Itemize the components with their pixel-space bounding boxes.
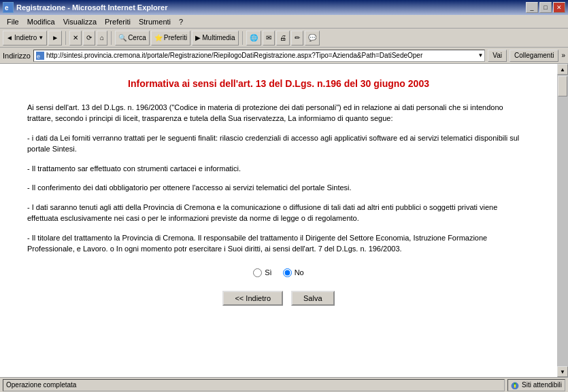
toolbar-icon-1[interactable]: 🌐	[246, 31, 261, 46]
status-message: Operazione completata	[6, 381, 76, 389]
menu-modifica[interactable]: Modifica	[23, 16, 59, 27]
menu-strumenti[interactable]: Strumenti	[135, 16, 175, 27]
toolbar-icon-2[interactable]: ✉	[263, 31, 275, 46]
refresh-icon: ⟳	[86, 34, 92, 41]
toolbar: ◄ Indietro ▼ ► ✕ ⟳ ⌂ 🔍 Cerca ⭐ Preferiti…	[0, 29, 568, 48]
scroll-thumb[interactable]	[558, 76, 567, 96]
links-button[interactable]: Collegamenti	[509, 50, 558, 62]
radio-si[interactable]	[253, 268, 262, 277]
content-area: Informativa ai sensi dell'art. 13 del D.…	[0, 64, 557, 377]
radio-si-label[interactable]: Sì	[253, 268, 271, 277]
button-section: << Indietro Salva	[27, 291, 530, 306]
toolbar-icon-3[interactable]: 🖨	[276, 31, 290, 46]
paragraph-2: - i dati da Lei forniti verranno trattat…	[27, 132, 530, 155]
discuss-icon: 💬	[308, 34, 316, 41]
window-title: Registrazione - Microsoft Internet Explo…	[16, 3, 167, 12]
title-bar: e Registrazione - Microsoft Internet Exp…	[0, 0, 568, 15]
svg-point-6	[514, 387, 516, 388]
toolbar-sep-1	[65, 31, 66, 45]
svg-text:e: e	[5, 4, 9, 12]
status-zone-panel: Siti attendibili	[507, 379, 565, 391]
forward-button[interactable]: ►	[48, 31, 62, 46]
multimedia-icon: ▶	[195, 34, 201, 41]
scroll-down-button[interactable]: ▼	[557, 366, 568, 377]
toolbar-icon-5[interactable]: 💬	[305, 31, 320, 46]
go-button[interactable]: Vai	[488, 50, 507, 62]
minimize-button[interactable]: _	[526, 2, 538, 13]
expand-icon[interactable]: »	[561, 52, 565, 59]
edit-icon: ✏	[295, 34, 300, 41]
back-arrow-icon: ◄	[6, 34, 13, 41]
home-icon: ⌂	[100, 34, 104, 41]
address-label: Indirizzo	[3, 52, 31, 60]
save-button[interactable]: Salva	[291, 291, 335, 306]
refresh-button[interactable]: ⟳	[83, 31, 95, 46]
status-bar: Operazione completata Siti attendibili	[0, 377, 568, 392]
address-input-wrapper: e ▼	[33, 50, 485, 62]
paragraph-1: Ai sensi dell'art. 13 del D.Lgs. n. 196/…	[27, 102, 530, 124]
menu-file[interactable]: File	[3, 16, 23, 27]
paragraph-4: - Il conferimento dei dati obbligatorio …	[27, 182, 530, 194]
paragraph-3: - Il trattamento sar effettuato con stru…	[27, 163, 530, 175]
search-button[interactable]: 🔍 Cerca	[115, 31, 150, 46]
menu-visualizza[interactable]: Visualizza	[59, 16, 101, 27]
page-icon: e	[35, 51, 45, 60]
page-title: Informativa ai sensi dell'art. 13 del D.…	[27, 77, 530, 91]
toolbar-icon-4[interactable]: ✏	[291, 31, 303, 46]
stop-button[interactable]: ✕	[69, 31, 82, 46]
window-icon: e	[3, 2, 14, 13]
main-area: Informativa ai sensi dell'art. 13 del D.…	[0, 64, 568, 377]
menu-help[interactable]: ?	[175, 16, 187, 27]
page-body: Ai sensi dell'art. 13 del D.Lgs. n. 196/…	[27, 102, 530, 255]
radio-section: Sì No	[27, 268, 530, 277]
back-button[interactable]: ◄ Indietro ▼	[3, 31, 47, 46]
search-icon: 🔍	[118, 34, 127, 41]
paragraph-5: - I dati saranno tenuti agli atti della …	[27, 202, 530, 224]
status-message-panel: Operazione completata	[3, 379, 505, 391]
address-bar: Indirizzo e ▼ Vai Collegamenti »	[0, 48, 568, 64]
status-zone-spacer	[511, 381, 519, 389]
multimedia-button[interactable]: ▶ Multimedia	[192, 31, 238, 46]
forward-arrow-icon: ►	[52, 34, 59, 41]
radio-no-label[interactable]: No	[283, 268, 304, 277]
back-dropdown-icon[interactable]: ▼	[38, 35, 44, 41]
print-icon: 🖨	[280, 34, 286, 41]
mail-icon: ✉	[266, 34, 271, 41]
stop-icon: ✕	[73, 34, 78, 41]
scroll-track[interactable]	[557, 75, 568, 366]
paragraph-6: - Il titolare del trattamento la Provinc…	[27, 232, 530, 255]
back-form-button[interactable]: << Indietro	[222, 291, 283, 306]
vertical-scrollbar[interactable]: ▲ ▼	[557, 64, 568, 377]
maximize-button[interactable]: □	[539, 2, 552, 13]
globe-icon: 🌐	[250, 34, 258, 41]
close-button[interactable]: ✕	[553, 2, 565, 13]
radio-no[interactable]	[283, 268, 292, 277]
favorites-button[interactable]: ⭐ Preferiti	[151, 31, 190, 46]
home-button[interactable]: ⌂	[97, 31, 107, 46]
star-icon: ⭐	[154, 34, 163, 41]
toolbar-sep-2	[111, 31, 112, 45]
dropdown-icon[interactable]: ▼	[478, 52, 483, 58]
window-controls[interactable]: _ □ ✕	[526, 2, 565, 13]
menu-bar: File Modifica Visualizza Preferiti Strum…	[0, 15, 568, 29]
status-zone-label: Siti attendibili	[522, 381, 562, 389]
scroll-up-button[interactable]: ▲	[557, 64, 568, 75]
url-input[interactable]	[46, 52, 478, 59]
svg-text:e: e	[37, 53, 40, 60]
toolbar-sep-3	[242, 31, 243, 45]
menu-preferiti[interactable]: Preferiti	[101, 16, 135, 27]
